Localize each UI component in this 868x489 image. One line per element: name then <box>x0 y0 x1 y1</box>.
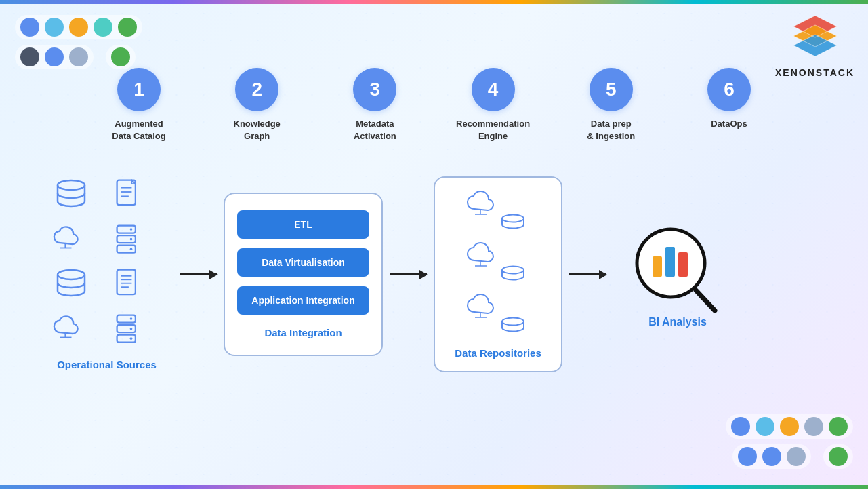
deco-bottom-right <box>726 414 853 474</box>
main-diagram: Operational Sources ETL Data Virtualisat… <box>41 176 841 372</box>
svg-rect-14 <box>117 235 135 243</box>
operational-sources-section: Operational Sources <box>41 178 173 370</box>
svg-rect-27 <box>117 315 135 323</box>
arrow-2 <box>390 273 427 275</box>
bi-analysis-label: BI Analysis <box>648 316 707 328</box>
pill-dot <box>787 447 806 466</box>
svg-point-41 <box>502 318 524 326</box>
step-5-circle: 5 <box>590 68 633 111</box>
arrow-head-3 <box>599 270 607 279</box>
logo-text: XENONSTACK <box>775 67 854 78</box>
step-2-circle: 2 <box>235 68 278 111</box>
db-icon-1 <box>53 178 102 215</box>
ops-icons-grid <box>53 178 161 349</box>
step-6-label: DataOps <box>711 118 747 130</box>
deco-top-left <box>15 15 142 75</box>
pill-dot <box>45 47 64 66</box>
svg-rect-45 <box>678 252 688 277</box>
data-repositories-label: Data Repositories <box>455 347 541 359</box>
cloud-db-3 <box>464 293 532 334</box>
pill-row-2 <box>15 45 94 69</box>
data-integration-label: Data Integration <box>264 327 342 338</box>
arrow-line-2 <box>390 273 427 275</box>
pill-row-br-1 <box>726 414 853 439</box>
pill-row-1 <box>15 15 142 39</box>
arrow-line-3 <box>569 273 606 275</box>
arrow-1 <box>180 273 217 275</box>
arrow-head-2 <box>419 270 428 279</box>
server-icon-1 <box>112 223 161 260</box>
step-1-circle: 1 <box>117 68 161 111</box>
svg-rect-43 <box>653 256 662 277</box>
data-integration-box: ETL Data Virtualisation Application Inte… <box>224 193 383 356</box>
data-repositories-box: Data Repositories <box>434 176 562 372</box>
svg-rect-29 <box>117 335 135 343</box>
pill-dot <box>756 417 774 436</box>
svg-point-30 <box>129 317 132 320</box>
pill-row-br-2 <box>732 444 811 469</box>
step-4-circle: 4 <box>472 68 515 111</box>
pill-dot <box>69 18 88 37</box>
svg-point-19 <box>58 270 85 279</box>
pill-dot <box>780 417 799 436</box>
ops-sources-label: Operational Sources <box>57 359 157 370</box>
logo-icon <box>788 10 842 64</box>
pill-dot <box>731 417 750 436</box>
arrow-3 <box>569 273 606 275</box>
svg-rect-44 <box>665 247 675 277</box>
pill-dot <box>804 417 823 436</box>
svg-point-38 <box>502 267 524 274</box>
cloud-db-2 <box>464 241 532 282</box>
svg-rect-28 <box>117 325 135 332</box>
arrow-line-1 <box>180 273 217 275</box>
bottom-gradient-bar <box>0 485 868 489</box>
steps-row: 1 AugmentedData Catalog 2 KnowledgeGraph… <box>95 68 773 142</box>
step-1: 1 AugmentedData Catalog <box>95 68 183 142</box>
doc-icon-2 <box>112 268 161 305</box>
step-3-label: MetadataActivation <box>354 118 396 142</box>
step-5: 5 Data prep& Ingestion <box>567 68 655 142</box>
pill-dot <box>738 447 757 466</box>
pill-dot <box>829 447 848 466</box>
svg-line-46 <box>696 290 715 311</box>
bi-analysis-section: BI Analysis <box>613 221 742 328</box>
svg-point-16 <box>129 228 132 231</box>
db-icon-2 <box>53 268 102 305</box>
step-6: 6 DataOps <box>685 68 773 130</box>
cloud-icon-1 <box>53 223 102 260</box>
pill-dot <box>829 417 848 436</box>
svg-rect-13 <box>117 226 135 233</box>
svg-point-18 <box>129 248 132 250</box>
step-1-label: AugmentedData Catalog <box>112 118 165 142</box>
step-3: 3 MetadataActivation <box>331 68 419 142</box>
pill-row-2b <box>106 45 136 69</box>
step-4: 4 RecommendationEngine <box>449 68 537 142</box>
server-icon-2 <box>112 313 161 349</box>
pill-dot <box>94 18 112 37</box>
pill-dot <box>111 47 130 66</box>
data-virtualisation-button: Data Virtualisation <box>237 248 369 277</box>
step-3-circle: 3 <box>353 68 396 111</box>
bi-analysis-icon <box>627 221 728 316</box>
pill-dot <box>118 18 137 37</box>
arrow-head-1 <box>209 270 218 279</box>
svg-rect-15 <box>117 246 135 253</box>
pill-dot <box>762 447 781 466</box>
step-6-circle: 6 <box>707 68 751 111</box>
pill-row-br-2b <box>823 444 853 469</box>
svg-point-31 <box>129 328 132 330</box>
cloud-db-1 <box>464 190 532 231</box>
svg-point-35 <box>502 215 524 222</box>
pill-dot <box>69 47 88 66</box>
cloud-icon-2 <box>53 313 102 349</box>
top-gradient-bar <box>0 0 868 4</box>
svg-rect-20 <box>117 270 135 294</box>
application-integration-button: Application Integration <box>237 286 369 315</box>
svg-point-32 <box>129 337 132 340</box>
bi-icon <box>627 221 728 316</box>
step-2: 2 KnowledgeGraph <box>213 68 301 142</box>
etl-button: ETL <box>237 210 369 239</box>
pill-dot <box>20 47 39 66</box>
pill-dot <box>45 18 64 37</box>
step-2-label: KnowledgeGraph <box>234 118 281 142</box>
